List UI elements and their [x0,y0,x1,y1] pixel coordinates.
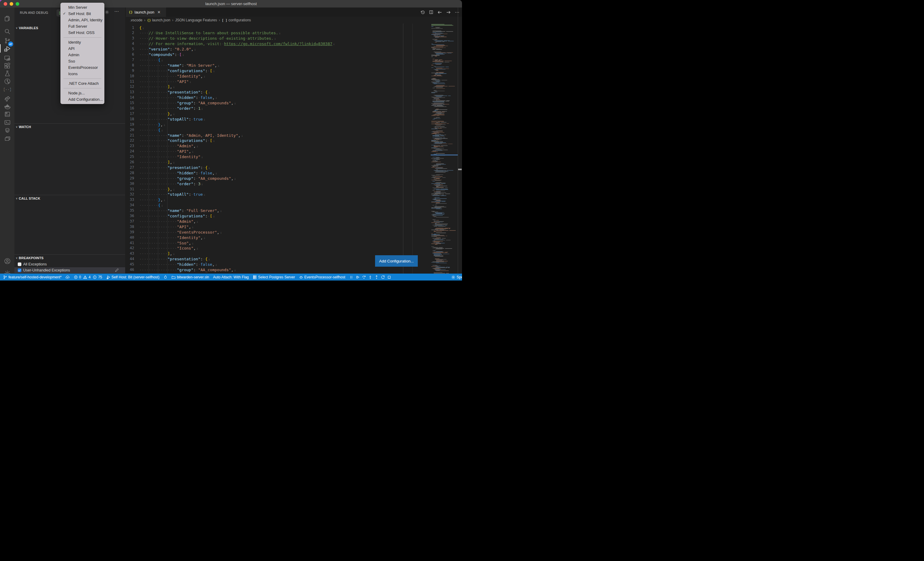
statusbar-item-4[interactable]: 4 [83,275,90,279]
code-line[interactable]: 12············],↓ [125,84,175,90]
code-line[interactable]: 7········{↓ [125,57,163,63]
breakpoints-section-header[interactable]: ∨ BREAKPOINTS [14,254,125,261]
more-actions-icon[interactable]: ⋯ [455,10,460,15]
code-line[interactable]: 35············"name":·"Full·Server",↓ [125,208,222,214]
navigate-back-icon[interactable] [437,10,442,15]
menu-item[interactable]: Self Host: OSS [60,30,104,36]
code-line[interactable]: 44············"presentation":·{↓ [125,256,210,262]
code-line[interactable]: 21············"name":·"Admin,·API,·Ident… [125,133,243,138]
code-line[interactable]: 18············"stopAll":·true↓ [125,117,206,122]
statusbar-item-feature-self-hosted-development[interactable]: feature/self-hosted-development* [3,275,62,279]
menu-item[interactable]: Full Server [60,23,104,30]
breakpoint-user-unhandled-row[interactable]: User-Unhandled Exceptions [14,267,125,273]
statusbar-item-bitwarden-server-sln[interactable]: bitwarden-server.sln [171,275,209,279]
statusbar-item-0[interactable]: 0 [74,275,81,279]
code-line[interactable]: 41················"Sso",↓ [125,241,194,246]
minimap[interactable] [431,24,458,280]
code-line[interactable]: 26············],↓ [125,160,175,165]
code-line[interactable]: 9············"configurations":·[↓ [125,68,215,74]
code-line[interactable]: 13············"presentation":·{↓ [125,90,210,95]
code-line[interactable]: 40················"Identity",↓ [125,235,206,241]
menu-item[interactable]: Admin [60,52,104,58]
edit-breakpoint-pencil-button[interactable] [115,268,119,273]
code-line[interactable]: 1{↓ [125,25,144,31]
debug-settings-gear-button[interactable] [105,10,109,16]
add-configuration-button[interactable]: Add Configuration... [375,255,418,267]
code-line[interactable]: 39················"EventsProcessor",↓ [125,230,222,235]
code-line[interactable]: 15················"group":·"AA_compounds… [125,100,236,106]
code-line[interactable]: 16················"order":·1↓ [125,106,203,111]
statusbar-item-flame[interactable] [164,275,168,279]
code-line[interactable]: 25················"Identity"↓ [125,154,203,160]
scrollbar[interactable] [458,24,462,274]
code-line[interactable]: 4····//·For·more·information,·visit:·htt… [125,41,335,46]
code-line[interactable]: 27············"presentation":·{↓ [125,165,210,171]
split-editor-icon[interactable] [429,10,434,15]
code-line[interactable]: 22············"configurations":·[↓ [125,138,215,144]
code-line[interactable]: 42················"Icons",↓ [125,245,198,251]
activity-item-accounts[interactable] [0,254,14,268]
menu-item[interactable]: EventsProcessor [60,64,104,71]
code-line[interactable]: 19········},↓ [125,122,165,127]
statusbar-item-restart[interactable] [381,275,385,279]
code-line[interactable]: 20········{↓ [125,127,163,133]
tab-launch-json[interactable]: {} launch.json ✕ [126,7,166,17]
breadcrumb-item[interactable]: .vscode [130,18,142,22]
statusbar-item-continue[interactable] [356,275,360,279]
code-line[interactable]: 46················"group":·"AA_compounds… [125,267,236,273]
navigate-forward-icon[interactable] [446,10,451,15]
menu-item[interactable]: Node.js... [60,90,104,96]
menu-item[interactable]: Min Server [60,4,104,10]
checkbox-unchecked[interactable] [18,262,21,266]
breadcrumb-item[interactable]: JSON Language Features [175,18,217,22]
code-line[interactable]: 30················"order":·3↓ [125,181,203,187]
code-line[interactable]: 8············"name":·"Min·Server",↓ [125,63,220,68]
code-line[interactable]: 10················"Identity",↓ [125,74,206,79]
activity-item-window-layouts[interactable] [0,132,14,145]
code-line[interactable]: 31············},↓ [125,187,175,192]
statusbar-item-75[interactable]: 75 [93,275,102,279]
code-line[interactable]: 5····"version":·"0.2.0",↓ [125,46,196,52]
activity-item-explorer[interactable] [0,12,14,25]
code-line[interactable]: 24················"API",↓ [125,149,194,154]
menu-item[interactable]: Identity [60,39,104,45]
checkbox-checked[interactable] [18,268,21,272]
statusbar-item-auto-attach-with-flag[interactable]: Auto Attach: With Flag [213,275,249,279]
statusbar-item-select-postgres-server[interactable]: Select Postgres Server [253,275,295,279]
breakpoint-all-exceptions-row[interactable]: All Exceptions [14,261,125,267]
code-line[interactable]: 14················"hidden":·false,↓ [125,95,217,100]
code-line[interactable]: 45················"hidden":·false,↓ [125,262,217,267]
code-line[interactable]: 36············"configurations":·[↓ [125,214,215,219]
code-line[interactable]: 29················"group":·"AA_compounds… [125,176,236,181]
code-line[interactable]: 17············},↓ [125,111,175,117]
code-line[interactable]: 38················"API",↓ [125,224,194,230]
code-line[interactable]: 3····//·Hover·to·view·descriptions·of·ex… [125,36,276,41]
watch-section-header[interactable]: ∨ WATCH [14,123,125,130]
statusbar-item-stop[interactable] [387,275,392,279]
breadcrumb-item[interactable]: {}launch.json [147,18,170,22]
statusbar-item-pause[interactable] [349,275,353,279]
code-line[interactable]: 33········},↓ [125,197,165,203]
close-tab-icon[interactable]: ✕ [157,10,160,15]
statusbar-item-step-out[interactable] [375,275,379,279]
menu-item[interactable]: Admin, API, Identity [60,17,104,23]
statusbar-item-spell[interactable]: Spell [451,275,462,279]
code-line[interactable]: 32············"stopAll":·true↓ [125,192,206,197]
statusbar-item-eventsprocessor-selfhost[interactable]: EventsProcessor-selfhost [299,275,345,279]
statusbar-item-step-over[interactable] [362,275,366,279]
statusbar-item-step-into[interactable] [368,275,372,279]
statusbar-item-cloud-upload[interactable] [66,275,70,279]
menu-item[interactable]: Sso [60,58,104,64]
menu-item[interactable]: API [60,45,104,52]
code-line[interactable]: 37················"Admin",↓ [125,219,198,224]
code-line[interactable]: 2····//·Use·IntelliSense·to·learn·about·… [125,30,280,36]
timeline-history-icon[interactable] [420,10,425,15]
code-editor[interactable]: 1{↓2····//·Use·IntelliSense·to·learn·abo… [125,24,425,274]
menu-item[interactable]: .NET Core Attach [60,80,104,87]
code-line[interactable]: 23················"Admin",↓ [125,144,198,149]
breadcrumb-item[interactable]: [ ]configurations [222,18,251,22]
menu-item[interactable]: Icons [60,71,104,77]
views-more-actions-button[interactable]: ⋯ [114,9,119,14]
code-line[interactable]: 43············],↓ [125,251,175,256]
statusbar-item-self-host-bit-server-selfhost[interactable]: Self Host: Bit (server-selfhost) [106,275,159,279]
